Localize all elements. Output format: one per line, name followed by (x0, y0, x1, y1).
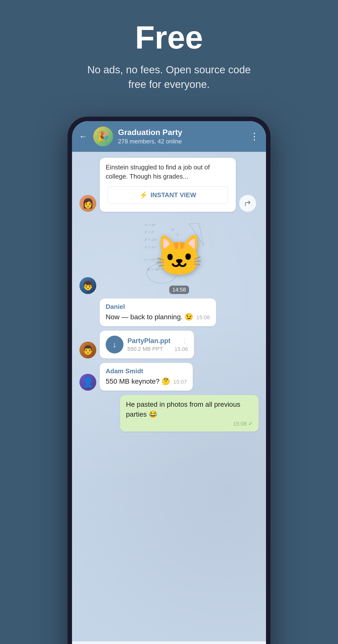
sender-avatar-girl: 👩 (79, 195, 96, 212)
sender-avatar-man: 👨 (79, 342, 96, 358)
lightning-icon: ⚡ (139, 191, 148, 199)
file-info: PartyPlan.ppt 550.2 MB PPT (127, 337, 170, 352)
download-button[interactable]: ↓ (106, 336, 123, 354)
sticker-timestamp: 14:58 (169, 286, 189, 294)
adam-message-time: 15:07 (173, 379, 187, 385)
sender-avatar-boy: 👦 (79, 277, 96, 294)
spacer (79, 309, 96, 326)
file-size: 550.2 MB PPT (127, 346, 170, 352)
daniel-sender-name: Daniel (106, 303, 210, 310)
file-meta: ⋮ 15:06 (174, 337, 188, 352)
svg-text:V = l³: V = l³ (144, 230, 154, 234)
phone-screen: ← 🎉 Graduation Party 278 members, 42 onl… (72, 121, 266, 644)
adam-message-text: 550 MB keynote? 🤔 (106, 378, 170, 385)
daniel-text-bubble: Daniel Now — back to planning. 😉 15:06 (100, 298, 216, 326)
adam-text-bubble: Adam Smidt 550 MB keynote? 🤔 15:07 (100, 363, 193, 390)
file-bubble: ↓ PartyPlan.ppt 550.2 MB PPT ⋮ 15:06 (100, 331, 194, 358)
sticker-message: 👦 A = πr² V = l³ P = 2πr A = πr² (79, 216, 259, 294)
forward-button[interactable] (239, 195, 256, 212)
cat-sticker: 🐱 (154, 232, 204, 279)
daniel-message: Daniel Now — back to planning. 😉 15:06 (79, 298, 259, 326)
link-preview-text: Einstein struggled to find a job out of … (100, 158, 236, 186)
hero-section: Free No ads, no fees. Open source code f… (0, 0, 338, 107)
file-message-row: 👨 ↓ PartyPlan.ppt 550.2 MB PPT ⋮ 15:06 (79, 331, 259, 358)
svg-text:A = πr²: A = πr² (144, 223, 157, 227)
group-status: 278 members, 42 online (118, 138, 245, 145)
more-options-button[interactable]: ⋮ (250, 131, 259, 142)
own-message-time: 15:08 (233, 420, 247, 427)
link-preview-bubble: Einstein struggled to find a job out of … (100, 158, 236, 212)
message-input-bar: ☺ (72, 641, 266, 644)
delivered-icon: ✓ (248, 420, 253, 427)
instant-view-button[interactable]: ⚡ INSTANT VIEW (108, 186, 228, 204)
hero-title: Free (135, 20, 203, 55)
phone-outer-frame: ← 🎉 Graduation Party 278 members, 42 onl… (67, 117, 271, 644)
sticker-image: A = πr² V = l³ P = 2πr A = πr² θ h s = √… (140, 216, 219, 290)
hero-subtitle: No ads, no fees. Open source code free f… (82, 63, 256, 92)
adam-message: 👤 Adam Smidt 550 MB keynote? 🤔 15:07 (79, 363, 259, 390)
sender-avatar-adam: 👤 (79, 374, 96, 390)
chat-info: Graduation Party 278 members, 42 online (118, 128, 245, 145)
group-name: Graduation Party (118, 128, 245, 137)
own-message: He pasted in photos from all previous pa… (79, 395, 259, 431)
daniel-message-time: 15:06 (196, 314, 210, 320)
back-button[interactable]: ← (79, 132, 87, 141)
svg-text:θ: θ (172, 228, 174, 232)
phone-mockup: ← 🎉 Graduation Party 278 members, 42 onl… (67, 117, 271, 644)
daniel-message-text: Now — back to planning. 😉 (106, 313, 193, 321)
link-preview-message: 👩 Einstein struggled to find a job out o… (79, 158, 259, 212)
file-name: PartyPlan.ppt (127, 337, 170, 345)
chat-header: ← 🎉 Graduation Party 278 members, 42 onl… (72, 121, 266, 152)
file-menu-button[interactable]: ⋮ (181, 337, 188, 345)
file-timestamp: 15:06 (174, 346, 188, 352)
own-bubble: He pasted in photos from all previous pa… (120, 395, 259, 431)
own-message-footer: 15:08 ✓ (126, 420, 253, 427)
messages-area: 👩 Einstein struggled to find a job out o… (72, 152, 266, 641)
adam-sender-name: Adam Smidt (106, 367, 187, 375)
group-avatar: 🎉 (93, 126, 113, 146)
sticker-container: A = πr² V = l³ P = 2πr A = πr² θ h s = √… (100, 216, 259, 294)
own-message-text: He pasted in photos from all previous pa… (126, 400, 253, 419)
instant-view-label: INSTANT VIEW (150, 191, 196, 199)
